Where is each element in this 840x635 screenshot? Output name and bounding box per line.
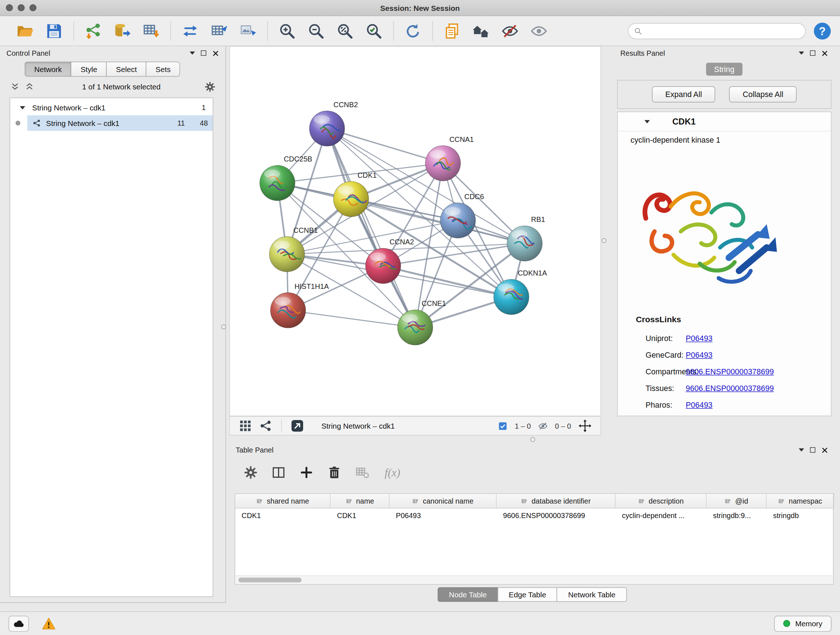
close-panel-icon[interactable]: [821, 50, 828, 57]
node-CDK1[interactable]: [333, 181, 369, 217]
panel-menu-icon[interactable]: [799, 448, 804, 451]
minimize-window-button[interactable]: [18, 4, 25, 11]
node-CDKN1A[interactable]: [494, 279, 529, 314]
cell-description[interactable]: cyclin-dependent ...: [616, 511, 707, 519]
pan-crosshair-icon[interactable]: [578, 419, 592, 433]
delete-column-icon[interactable]: [327, 465, 341, 480]
cybrowser-home-icon[interactable]: [470, 19, 492, 42]
column-header-canonical-name[interactable]: canonical name: [390, 494, 497, 508]
cell-id[interactable]: stringdb:9...: [706, 511, 767, 519]
zoom-selected-icon[interactable]: [363, 19, 385, 42]
network-select-icon[interactable]: [259, 419, 273, 433]
zoom-fit-icon[interactable]: [334, 19, 355, 42]
close-panel-icon[interactable]: [212, 50, 219, 57]
node-CCNA1[interactable]: [425, 146, 461, 181]
close-panel-icon[interactable]: [821, 447, 828, 453]
column-header-shared-name[interactable]: shared name: [235, 494, 331, 508]
selected-count-checkbox-icon[interactable]: [498, 421, 508, 431]
right-splitter-handle[interactable]: [602, 238, 606, 243]
network-options-gear-icon[interactable]: [204, 81, 216, 93]
import-network-database-icon[interactable]: [111, 19, 133, 42]
birdseye-view-icon[interactable]: [291, 419, 305, 433]
horizontal-scrollbar-track[interactable]: [236, 576, 833, 584]
function-builder-button[interactable]: f(x): [385, 466, 400, 479]
copy-annotation-icon[interactable]: [441, 19, 463, 42]
panel-menu-icon[interactable]: [189, 51, 195, 55]
show-all-icon[interactable]: [528, 19, 549, 42]
collection-collapse-icon[interactable]: [20, 106, 25, 109]
bottom-splitter-handle[interactable]: [531, 437, 535, 442]
expand-all-networks-icon[interactable]: [24, 81, 35, 92]
help-icon[interactable]: ?: [812, 19, 832, 42]
search-input[interactable]: [643, 24, 805, 38]
left-splitter-handle[interactable]: [221, 325, 226, 329]
import-table-file-icon[interactable]: [141, 19, 162, 42]
network-graph[interactable]: CCNB2CCNA1CDC25BCDK1CDC6RB1CCNB1CCNA2CDK…: [230, 47, 600, 416]
show-columns-icon[interactable]: [271, 465, 286, 480]
tab-network[interactable]: Network: [25, 62, 71, 76]
node-CDC6[interactable]: [440, 203, 475, 238]
node-RB1[interactable]: [507, 226, 542, 261]
float-panel-icon[interactable]: [810, 448, 815, 453]
export-image-icon[interactable]: [237, 19, 259, 42]
edge-HIST1H1A-CCNE1[interactable]: [288, 310, 415, 327]
crosslink-link-genecard[interactable]: P06493: [686, 350, 713, 359]
node-HIST1H1A[interactable]: [271, 293, 306, 328]
panel-menu-icon[interactable]: [799, 51, 804, 55]
zoom-in-icon[interactable]: [276, 19, 298, 42]
edge-CCNB2-CCNE1[interactable]: [327, 128, 415, 327]
node-CCNA2[interactable]: [365, 249, 401, 283]
tab-string[interactable]: String: [706, 63, 743, 76]
node-CCNB2[interactable]: [309, 111, 344, 146]
zoom-out-icon[interactable]: [305, 19, 327, 42]
export-table-icon[interactable]: [208, 19, 230, 42]
gene-collapse-icon[interactable]: [644, 120, 650, 123]
memory-button[interactable]: Memory: [774, 616, 831, 631]
tab-node-table[interactable]: Node Table: [438, 587, 498, 602]
column-header-database-identifier[interactable]: database identifier: [497, 494, 616, 508]
save-session-icon[interactable]: [43, 19, 65, 42]
column-header-description[interactable]: description: [616, 494, 707, 508]
node-CCNB1[interactable]: [270, 236, 305, 272]
maximize-window-button[interactable]: [29, 4, 36, 11]
node-CDC25B[interactable]: [260, 165, 295, 201]
add-column-icon[interactable]: [299, 465, 314, 480]
network-collection-row[interactable]: String Network – cdk1 1: [10, 100, 213, 116]
cell-namespac[interactable]: stringdb: [767, 511, 834, 519]
cell-canonical-name[interactable]: P06493: [390, 511, 497, 519]
node-CCNE1[interactable]: [398, 310, 433, 345]
column-header-id[interactable]: @id: [706, 494, 767, 508]
table-settings-gear-icon[interactable]: [243, 465, 258, 480]
crosslink-link-uniprot[interactable]: P06493: [686, 334, 713, 342]
search-box[interactable]: [628, 23, 806, 39]
hidden-count-eye-icon[interactable]: [538, 421, 548, 431]
open-session-icon[interactable]: [14, 19, 36, 42]
import-network-file-icon[interactable]: [82, 19, 104, 42]
column-header-name[interactable]: name: [331, 494, 390, 508]
tab-network-table[interactable]: Network Table: [557, 587, 627, 602]
tab-select[interactable]: Select: [106, 62, 147, 76]
collapse-all-button[interactable]: Collapse All: [729, 87, 797, 103]
warnings-button[interactable]: [41, 616, 57, 631]
horizontal-scrollbar-thumb[interactable]: [238, 578, 302, 582]
hide-selection-icon[interactable]: [499, 19, 521, 42]
cell-shared-name[interactable]: CDK1: [235, 511, 331, 519]
network-row[interactable]: String Network – cdk1 11 48: [10, 116, 213, 131]
cloud-button[interactable]: [9, 616, 29, 631]
table-row[interactable]: CDK1CDK1P064939606.ENSP00000378699cyclin…: [235, 508, 833, 523]
delete-table-icon[interactable]: [355, 465, 369, 480]
refresh-layout-icon[interactable]: [402, 19, 424, 42]
float-panel-icon[interactable]: [810, 50, 815, 56]
collapse-all-networks-icon[interactable]: [10, 81, 21, 92]
crosslink-link-compartments[interactable]: 9606.ENSP00000378699: [686, 367, 774, 376]
crosslink-link-pharos[interactable]: P06493: [686, 401, 713, 409]
float-panel-icon[interactable]: [201, 50, 206, 56]
expand-all-button[interactable]: Expand All: [652, 87, 715, 103]
tab-style[interactable]: Style: [71, 62, 107, 76]
tab-sets[interactable]: Sets: [146, 62, 180, 76]
grid-icon[interactable]: [238, 419, 253, 433]
edge-CCNB2-CCNA1[interactable]: [327, 128, 443, 163]
tab-edge-table[interactable]: Edge Table: [497, 587, 557, 602]
cell-name[interactable]: CDK1: [331, 511, 390, 519]
network-canvas[interactable]: CCNB2CCNA1CDC25BCDK1CDC6RB1CCNB1CCNA2CDK…: [229, 46, 601, 416]
